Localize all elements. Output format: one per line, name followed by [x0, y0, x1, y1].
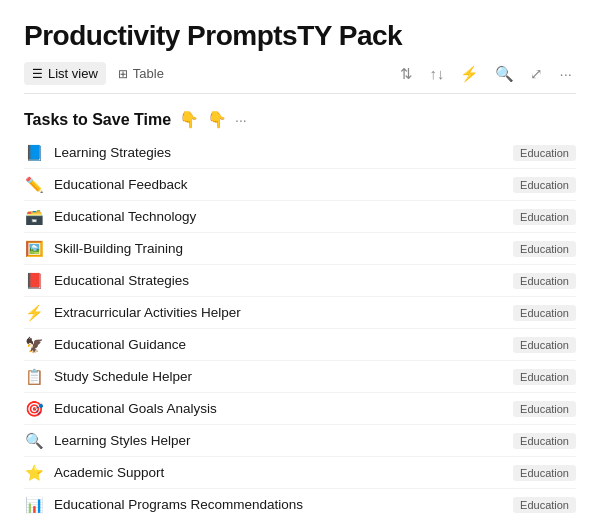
task-icon: ⭐ [24, 463, 44, 483]
task-label: Learning Strategies [54, 145, 503, 160]
task-icon: ✏️ [24, 175, 44, 195]
task-tag: Education [513, 497, 576, 513]
task-tag: Education [513, 305, 576, 321]
task-icon: 📊 [24, 495, 44, 515]
task-label: Learning Styles Helper [54, 433, 503, 448]
search-button[interactable]: 🔍 [491, 63, 518, 85]
more-button[interactable]: ··· [555, 63, 576, 84]
task-icon: 📋 [24, 367, 44, 387]
section-menu-button[interactable]: ··· [235, 112, 247, 128]
task-list: 📘 Learning Strategies Education ✏️ Educa… [24, 137, 576, 515]
task-label: Academic Support [54, 465, 503, 480]
task-label: Educational Technology [54, 209, 503, 224]
task-label: Study Schedule Helper [54, 369, 503, 384]
list-item[interactable]: ⚡ Extracurricular Activities Helper Educ… [24, 297, 576, 329]
section-emoji-2: 👇 [207, 110, 227, 129]
task-label: Educational Strategies [54, 273, 503, 288]
list-item[interactable]: 🎯 Educational Goals Analysis Education [24, 393, 576, 425]
task-tag: Education [513, 241, 576, 257]
toolbar-right: ⇅ ↑↓ ⚡ 🔍 ⤢ ··· [396, 63, 576, 85]
task-icon: ⚡ [24, 303, 44, 323]
filter-button[interactable]: ⇅ [396, 63, 417, 85]
task-tag: Education [513, 401, 576, 417]
task-label: Skill-Building Training [54, 241, 503, 256]
list-item[interactable]: 🗃️ Educational Technology Education [24, 201, 576, 233]
tab-table-label: Table [133, 66, 164, 81]
task-label: Extracurricular Activities Helper [54, 305, 503, 320]
task-icon: 🦅 [24, 335, 44, 355]
task-icon: 🎯 [24, 399, 44, 419]
page-title: Productivity PromptsTY Pack [24, 20, 576, 52]
section-title: Tasks to Save Time [24, 111, 171, 129]
task-icon: 📘 [24, 143, 44, 163]
list-item[interactable]: 🦅 Educational Guidance Education [24, 329, 576, 361]
list-item[interactable]: 📊 Educational Programs Recommendations E… [24, 489, 576, 515]
section-header: Tasks to Save Time 👇 👇 ··· [24, 110, 576, 129]
task-icon: 📕 [24, 271, 44, 291]
list-item[interactable]: ✏️ Educational Feedback Education [24, 169, 576, 201]
task-tag: Education [513, 337, 576, 353]
list-item[interactable]: 🔍 Learning Styles Helper Education [24, 425, 576, 457]
list-item[interactable]: 📕 Educational Strategies Education [24, 265, 576, 297]
task-tag: Education [513, 433, 576, 449]
task-label: Educational Programs Recommendations [54, 497, 503, 512]
task-icon: 🔍 [24, 431, 44, 451]
task-label: Educational Goals Analysis [54, 401, 503, 416]
task-tag: Education [513, 209, 576, 225]
task-label: Educational Guidance [54, 337, 503, 352]
task-tag: Education [513, 273, 576, 289]
tab-list-view[interactable]: ☰ List view [24, 62, 106, 85]
list-item[interactable]: ⭐ Academic Support Education [24, 457, 576, 489]
task-tag: Education [513, 177, 576, 193]
task-icon: 🖼️ [24, 239, 44, 259]
list-icon: ☰ [32, 67, 43, 81]
task-label: Educational Feedback [54, 177, 503, 192]
link-button[interactable]: ⤢ [526, 63, 547, 85]
task-tag: Education [513, 145, 576, 161]
list-item[interactable]: 📋 Study Schedule Helper Education [24, 361, 576, 393]
tab-table[interactable]: ⊞ Table [110, 62, 172, 85]
section-emoji-1: 👇 [179, 110, 199, 129]
list-item[interactable]: 🖼️ Skill-Building Training Education [24, 233, 576, 265]
task-icon: 🗃️ [24, 207, 44, 227]
task-tag: Education [513, 369, 576, 385]
table-icon: ⊞ [118, 67, 128, 81]
sort-button[interactable]: ↑↓ [425, 63, 448, 84]
view-tabs-bar: ☰ List view ⊞ Table ⇅ ↑↓ ⚡ 🔍 ⤢ ··· [24, 62, 576, 94]
task-tag: Education [513, 465, 576, 481]
list-item[interactable]: 📘 Learning Strategies Education [24, 137, 576, 169]
bolt-button[interactable]: ⚡ [456, 63, 483, 85]
tab-list-label: List view [48, 66, 98, 81]
